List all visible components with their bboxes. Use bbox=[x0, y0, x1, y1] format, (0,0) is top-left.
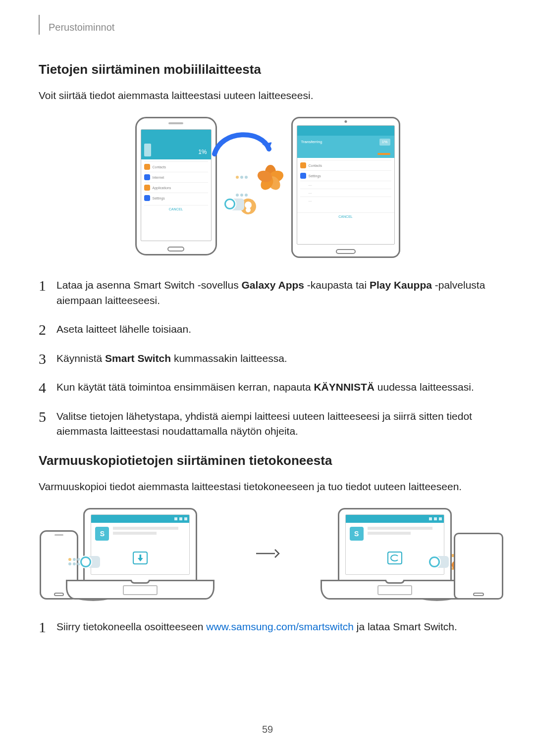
contacts-icon bbox=[300, 162, 306, 168]
header-rule bbox=[39, 15, 40, 35]
list-item-label: Settings bbox=[309, 174, 321, 178]
cancel-button: CANCEL bbox=[297, 212, 394, 218]
page-number: 59 bbox=[0, 724, 535, 735]
illustration-mobile-transfer: 1% Contacts Internet Applications Settin… bbox=[39, 117, 496, 258]
list-item-label: Contacts bbox=[309, 164, 322, 167]
header-title: Perustoiminnot bbox=[49, 22, 114, 33]
sync-icon bbox=[429, 556, 440, 567]
tablet-percent: 1% bbox=[379, 139, 390, 146]
section-1-heading: Tietojen siirtäminen mobiililaitteesta bbox=[39, 62, 496, 77]
smartswitch-badge: S bbox=[95, 527, 109, 541]
laptop-mockup: S bbox=[321, 508, 469, 600]
section-2-intro: Varmuuskopioi tiedot aiemmasta laitteest… bbox=[39, 479, 496, 494]
section-1-intro: Voit siirtää tiedot aiemmasta laitteesta… bbox=[39, 88, 496, 103]
page-header: Perustoiminnot bbox=[39, 20, 496, 35]
list-item-label: Settings bbox=[153, 197, 165, 200]
step-3: Käynnistä Smart Switch kummassakin laitt… bbox=[39, 351, 496, 366]
cancel-button: CANCEL bbox=[144, 205, 208, 211]
contacts-icon bbox=[144, 164, 150, 170]
globe-icon bbox=[144, 174, 150, 180]
section-2-heading: Varmuuskopiotietojen siirtäminen tietoko… bbox=[39, 453, 496, 468]
phone-mockup: 1% Contacts Internet Applications Settin… bbox=[135, 117, 217, 255]
list-item-label: Internet bbox=[153, 176, 164, 179]
step-1: Lataa ja asenna Smart Switch -sovellus G… bbox=[39, 278, 496, 308]
download-icon bbox=[133, 552, 148, 564]
mini-tablet bbox=[454, 533, 503, 600]
illustration-pc-transfer: S bbox=[39, 508, 496, 600]
transfer-percent: 1% bbox=[198, 149, 207, 155]
gear-icon bbox=[144, 195, 150, 201]
step-5: Valitse tietojen lähetystapa, yhdistä ai… bbox=[39, 409, 496, 439]
apps-icon bbox=[144, 185, 150, 191]
list-item-label: Contacts bbox=[153, 165, 166, 169]
step-1: Siirry tietokoneella osoitteeseen www.sa… bbox=[39, 619, 496, 634]
smartswitch-badge: S bbox=[350, 527, 364, 541]
sync-icon bbox=[80, 556, 91, 567]
transferring-label: Transferring bbox=[301, 140, 322, 144]
gallery-flower-icon bbox=[260, 161, 281, 183]
smartswitch-link[interactable]: www.samsung.com/smartswitch bbox=[206, 621, 354, 632]
section-1-steps: Lataa ja asenna Smart Switch -sovellus G… bbox=[39, 278, 496, 439]
laptop-mockup: S bbox=[66, 508, 214, 600]
tablet-mockup: Transferring 1% Contacts Settings — — — … bbox=[291, 117, 400, 258]
step-4: Kun käytät tätä toimintoa ensimmäisen ke… bbox=[39, 380, 496, 395]
transfer-arrow-cluster bbox=[217, 117, 267, 258]
section-2-steps: Siirry tietokoneella osoitteeseen www.sa… bbox=[39, 619, 496, 634]
step-2: Aseta laitteet lähelle toisiaan. bbox=[39, 322, 496, 337]
restore-icon bbox=[387, 552, 402, 564]
scene-backup: S bbox=[39, 508, 242, 600]
gear-icon bbox=[300, 173, 306, 179]
scene-restore: S bbox=[293, 508, 496, 600]
sync-icon bbox=[224, 199, 235, 209]
arrow-right-icon bbox=[252, 548, 283, 559]
list-item-label: Applications bbox=[153, 186, 171, 190]
